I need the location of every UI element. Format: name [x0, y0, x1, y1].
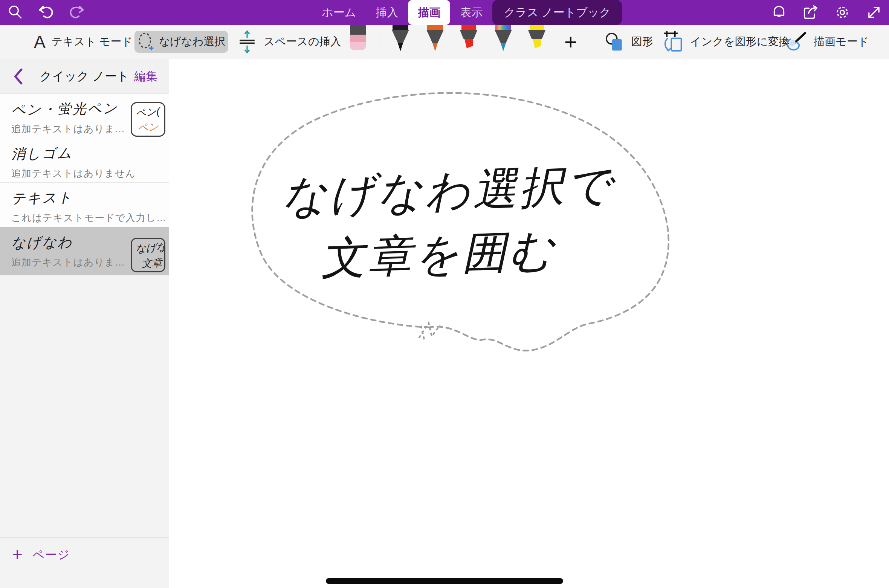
pen-rainbow-icon	[493, 25, 513, 53]
search-button[interactable]	[7, 4, 23, 21]
eraser-cap	[350, 25, 366, 35]
pen-black[interactable]	[390, 25, 411, 54]
insert-space-button[interactable]: スペースの挿入	[234, 25, 344, 59]
top-app-bar: ホーム 挿入 描画 表示 クラス ノートブック	[0, 0, 889, 25]
highlighter-yellow-icon	[527, 25, 547, 53]
fullscreen-button[interactable]	[866, 4, 882, 21]
draw-mode-label: 描画モード	[814, 34, 869, 49]
toolbar-divider	[587, 32, 587, 51]
highlighter-red[interactable]	[458, 25, 479, 54]
add-page-label: ページ	[32, 547, 70, 563]
undo-button[interactable]	[38, 4, 54, 21]
fullscreen-icon	[866, 4, 882, 21]
redo-icon	[69, 4, 85, 21]
draw-mode-button[interactable]: 描画モード	[783, 25, 871, 59]
shapes-label: 図形	[631, 34, 653, 49]
bell-icon	[771, 5, 787, 20]
search-icon	[7, 5, 23, 20]
highlighter-yellow[interactable]	[527, 25, 547, 54]
text-mode-label: テキスト モード	[52, 34, 133, 49]
lasso-select-label: なげなわ選択	[159, 34, 226, 49]
redo-button[interactable]	[69, 4, 85, 21]
page-subtitle: 追加テキストはありません	[11, 167, 169, 180]
page-title: ペン・蛍光ペン	[11, 99, 118, 120]
pen-black-icon	[390, 25, 411, 53]
draw-toolbar: A テキスト モード なげなわ選択 スペースの挿入	[0, 25, 889, 59]
page-title: テキスト	[11, 188, 73, 208]
tab-home[interactable]: ホーム	[312, 0, 366, 25]
eraser-tool[interactable]	[350, 25, 366, 50]
undo-icon	[38, 4, 54, 21]
add-pen-button[interactable]: +	[562, 25, 579, 59]
thumbnail-ink-line: なげな	[135, 240, 165, 256]
add-page-button[interactable]: + ページ	[0, 538, 169, 571]
tab-class-notebook[interactable]: クラス ノートブック	[492, 0, 622, 25]
draw-mode-icon	[785, 31, 808, 52]
page-list-sidebar: クイック ノート 編集 ペン・蛍光ペン 追加テキストはありま… ペン( ペン 消…	[0, 59, 169, 588]
ink-to-shape-label: インクを図形に変換	[690, 34, 790, 49]
note-canvas[interactable]: なげなわ選択で 文章を囲む	[170, 59, 889, 588]
lasso-icon	[137, 32, 154, 52]
shapes-icon	[604, 31, 625, 52]
thumbnail-ink-line: ペン(	[135, 105, 160, 120]
lasso-start-squiggle	[419, 323, 440, 339]
thumbnail-ink-line: 文章を	[141, 255, 165, 270]
text-mode-button[interactable]: A テキスト モード	[32, 25, 135, 59]
ink-text-line1: なげなわ選択で	[281, 160, 617, 221]
pen-orange-icon	[425, 25, 445, 53]
share-button[interactable]	[802, 4, 819, 21]
shapes-button[interactable]: 図形	[602, 25, 655, 59]
ribbon-tabs: ホーム 挿入 描画 表示 クラス ノートブック	[312, 0, 622, 25]
home-indicator[interactable]	[326, 578, 563, 584]
tab-view[interactable]: 表示	[450, 0, 492, 25]
page-list: ペン・蛍光ペン 追加テキストはありま… ペン( ペン 消しゴム 追加テキストはあ…	[0, 94, 169, 275]
plus-icon: +	[564, 31, 577, 53]
ink-to-shape-button[interactable]: インクを図形に変換	[660, 25, 792, 59]
tab-insert[interactable]: 挿入	[366, 0, 408, 25]
page-thumbnail: なげな 文章を	[131, 238, 165, 272]
onenote-app: ホーム 挿入 描画 表示 クラス ノートブック	[0, 0, 889, 588]
notifications-button[interactable]	[771, 4, 787, 21]
lasso-select-button[interactable]: なげなわ選択	[134, 31, 228, 53]
settings-button[interactable]	[834, 4, 851, 21]
pen-orange[interactable]	[425, 25, 445, 54]
page-title: なげなわ	[11, 233, 73, 253]
page-title: 消しゴム	[11, 144, 73, 164]
highlighter-red-icon	[458, 25, 479, 53]
page-row-eraser[interactable]: 消しゴム 追加テキストはありません	[0, 138, 169, 183]
pen-rainbow[interactable]	[493, 25, 513, 54]
sidebar-header: クイック ノート 編集	[0, 59, 169, 93]
share-icon	[802, 4, 819, 21]
eraser-tip	[350, 42, 366, 50]
thumbnail-ink-line: ペン	[137, 120, 159, 135]
insert-space-icon	[237, 30, 258, 53]
ink-to-shape-icon	[662, 30, 684, 53]
edit-button[interactable]: 編集	[132, 59, 160, 93]
toolbar-divider	[337, 32, 337, 51]
page-row-pen-highlighter[interactable]: ペン・蛍光ペン 追加テキストはありま… ペン( ペン	[0, 94, 169, 138]
toolbar-divider	[379, 32, 379, 51]
plus-icon: +	[12, 547, 23, 562]
lasso-selection-path[interactable]	[252, 93, 669, 351]
handwritten-ink[interactable]: なげなわ選択で 文章を囲む	[281, 160, 619, 284]
ink-layer: なげなわ選択で 文章を囲む	[170, 59, 889, 588]
ink-text-line2: 文章を囲む	[320, 225, 557, 283]
page-thumbnail: ペン( ペン	[131, 102, 165, 137]
tab-draw[interactable]: 描画	[408, 0, 450, 25]
eraser-body	[350, 35, 366, 42]
page-row-text[interactable]: テキスト これはテキストモードで入力し…	[0, 183, 169, 227]
page-row-lasso-selected[interactable]: なげなわ 追加テキストはありま… なげな 文章を	[0, 227, 169, 275]
text-mode-icon: A	[34, 32, 46, 52]
gear-icon	[834, 4, 851, 21]
page-subtitle: これはテキストモードで入力し…	[11, 211, 169, 225]
insert-space-label: スペースの挿入	[264, 34, 341, 49]
